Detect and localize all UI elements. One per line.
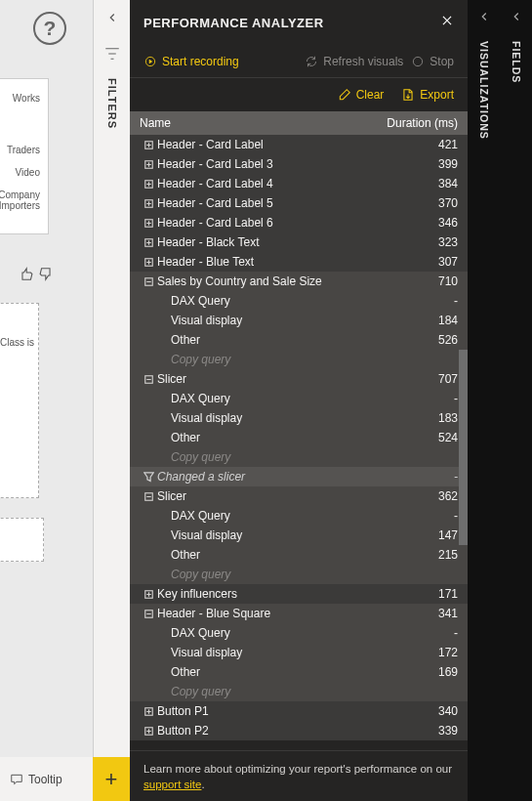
perf-row[interactable]: Button P2339 — [130, 721, 468, 740]
perf-row[interactable]: Header - Card Label 5370 — [130, 193, 468, 213]
perf-row[interactable]: Header - Card Label 4384 — [130, 174, 468, 193]
close-analyzer-button[interactable] — [440, 14, 454, 31]
perf-row[interactable]: Header - Blue Square341 — [130, 604, 468, 623]
row-duration: 399 — [417, 157, 458, 171]
perf-row[interactable]: Button P1340 — [130, 701, 468, 721]
expand-icon[interactable] — [140, 141, 157, 149]
refresh-icon — [305, 55, 318, 68]
expand-icon[interactable] — [140, 238, 157, 247]
tooltip-page-tab[interactable]: Tooltip — [0, 757, 72, 801]
copy-query-link[interactable]: Copy query — [130, 350, 468, 369]
export-button[interactable]: Export — [401, 88, 454, 102]
collapse-icon[interactable] — [140, 375, 157, 384]
collapse-icon[interactable] — [140, 610, 157, 618]
perf-row[interactable]: Sales by Country and Sale Size710 — [130, 272, 468, 291]
dashed-card[interactable] — [0, 518, 44, 562]
row-name: Visual display — [157, 528, 417, 542]
perf-row[interactable]: Header - Black Text323 — [130, 232, 468, 252]
copy-query-text: Copy query — [157, 450, 417, 464]
close-icon — [440, 14, 454, 27]
perf-row[interactable]: Slicer362 — [130, 486, 468, 506]
stop-icon — [411, 55, 425, 68]
expand-icon[interactable] — [140, 160, 157, 169]
row-name: Header - Blue Text — [157, 255, 417, 269]
column-duration[interactable]: Duration (ms) — [387, 116, 458, 130]
copy-query-text: Copy query — [157, 685, 417, 698]
filters-panel-collapsed: FILTERS — [93, 0, 130, 757]
expand-fields-button[interactable] — [498, 0, 532, 33]
svg-marker-1 — [149, 59, 153, 63]
analyzer-title: PERFORMANCE ANALYZER — [143, 16, 440, 30]
scrollbar-thumb[interactable] — [459, 350, 468, 545]
expand-icon[interactable] — [140, 258, 157, 267]
copy-query-link[interactable]: Copy query — [130, 682, 468, 701]
row-name: Header - Card Label 4 — [157, 177, 417, 190]
support-site-link[interactable]: support site — [143, 779, 201, 790]
expand-icon[interactable] — [140, 199, 157, 208]
perf-row[interactable]: Key influencers171 — [130, 584, 468, 604]
dashed-card[interactable]: Class is y — [0, 303, 39, 498]
copy-query-link[interactable]: Copy query — [130, 565, 468, 584]
help-icon[interactable]: ? — [33, 12, 66, 45]
perf-subrow: Other215 — [130, 545, 468, 565]
row-name: Header - Card Label 3 — [157, 157, 417, 171]
row-duration: 323 — [417, 235, 458, 249]
canvas-text: Company — [0, 190, 40, 200]
export-icon — [401, 88, 415, 102]
expand-icon[interactable] — [140, 727, 157, 736]
report-canvas[interactable]: ? Works Traders Video Company d Importer… — [0, 0, 93, 757]
row-duration: 340 — [417, 704, 458, 718]
canvas-text: Works — [0, 93, 40, 104]
row-duration: 169 — [417, 665, 458, 679]
canvas-text: Traders — [0, 145, 40, 155]
column-name[interactable]: Name — [140, 116, 387, 130]
add-page-button[interactable]: + — [93, 757, 130, 801]
row-name: Visual display — [157, 646, 417, 659]
perf-row[interactable]: Header - Blue Text307 — [130, 252, 468, 272]
expand-icon[interactable] — [140, 180, 157, 189]
perf-subrow: Other169 — [130, 662, 468, 682]
perf-subrow: DAX Query- — [130, 389, 468, 408]
perf-subrow: Visual display184 — [130, 311, 468, 330]
copy-query-link[interactable]: Copy query — [130, 447, 468, 467]
collapse-icon[interactable] — [140, 492, 157, 501]
row-name: DAX Query — [157, 294, 417, 308]
analyzer-toolbar: Start recording Refresh visuals Stop — [130, 45, 468, 78]
start-recording-button[interactable]: Start recording — [143, 55, 239, 68]
row-duration: 710 — [417, 274, 458, 288]
thumbs-down-icon — [38, 266, 55, 282]
grid-body[interactable]: Header - Card Label421Header - Card Labe… — [130, 135, 468, 750]
visualizations-panel-collapsed: VISUALIZATIONS — [468, 0, 501, 801]
filter-event-icon — [140, 472, 157, 483]
refresh-visuals-button: Refresh visuals — [305, 55, 403, 68]
row-name: DAX Query — [157, 509, 417, 523]
expand-icon[interactable] — [140, 219, 157, 228]
record-icon — [143, 55, 157, 68]
row-duration: - — [417, 392, 458, 405]
expand-icon[interactable] — [140, 590, 157, 599]
copy-query-text: Copy query — [157, 568, 417, 581]
row-name: Button P1 — [157, 704, 417, 718]
row-name: Button P2 — [157, 724, 417, 738]
expand-filters-button[interactable] — [94, 0, 131, 35]
thumbs-row[interactable] — [18, 266, 55, 282]
row-duration: 707 — [417, 372, 458, 386]
perf-subrow: DAX Query- — [130, 623, 468, 643]
row-name: Visual display — [157, 314, 417, 327]
perf-row[interactable]: Header - Card Label 6346 — [130, 213, 468, 232]
row-duration: 384 — [417, 177, 458, 190]
row-duration: 171 — [417, 587, 458, 601]
row-name: Slicer — [157, 489, 417, 503]
collapse-icon[interactable] — [140, 277, 157, 286]
row-duration: - — [417, 626, 458, 640]
expand-icon[interactable] — [140, 707, 157, 716]
row-duration: - — [417, 509, 458, 523]
row-name: Header - Card Label — [157, 138, 417, 151]
chevron-left-icon — [105, 11, 119, 24]
perf-row[interactable]: Slicer707 — [130, 369, 468, 389]
row-duration: 183 — [417, 411, 458, 425]
perf-row[interactable]: Header - Card Label421 — [130, 135, 468, 154]
perf-row[interactable]: Header - Card Label 3399 — [130, 154, 468, 174]
app-root: ? Works Traders Video Company d Importer… — [0, 0, 532, 801]
clear-button[interactable]: Clear — [338, 88, 385, 102]
